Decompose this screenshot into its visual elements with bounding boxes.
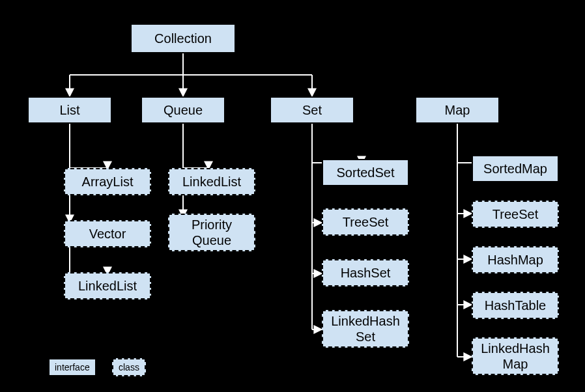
connector-lines xyxy=(0,0,585,392)
node-hashset: HashSet xyxy=(322,259,409,287)
node-list: List xyxy=(27,96,112,124)
node-linkedhashmap: LinkedHash Map xyxy=(472,337,559,375)
node-vector: Vector xyxy=(64,220,151,247)
node-treeset-under-map: TreeSet xyxy=(472,201,559,228)
legend-class: class xyxy=(112,358,146,376)
node-set: Set xyxy=(270,96,354,124)
node-queue: Queue xyxy=(141,96,225,124)
node-priorityqueue: Priority Queue xyxy=(168,214,255,251)
node-map: Map xyxy=(415,96,500,124)
node-treeset: TreeSet xyxy=(322,208,409,236)
node-sortedset: SortedSet xyxy=(322,159,409,186)
node-linkedhashset: LinkedHash Set xyxy=(322,310,409,348)
legend-interface: interface xyxy=(48,358,96,376)
node-collection: Collection xyxy=(130,23,236,53)
node-hashtable: HashTable xyxy=(472,292,559,319)
node-linkedlist-under-queue: LinkedList xyxy=(168,168,255,195)
node-linkedlist-under-list: LinkedList xyxy=(64,272,151,300)
node-arraylist: ArrayList xyxy=(64,168,151,195)
node-sortedmap: SortedMap xyxy=(472,155,559,182)
node-hashmap: HashMap xyxy=(472,246,559,273)
